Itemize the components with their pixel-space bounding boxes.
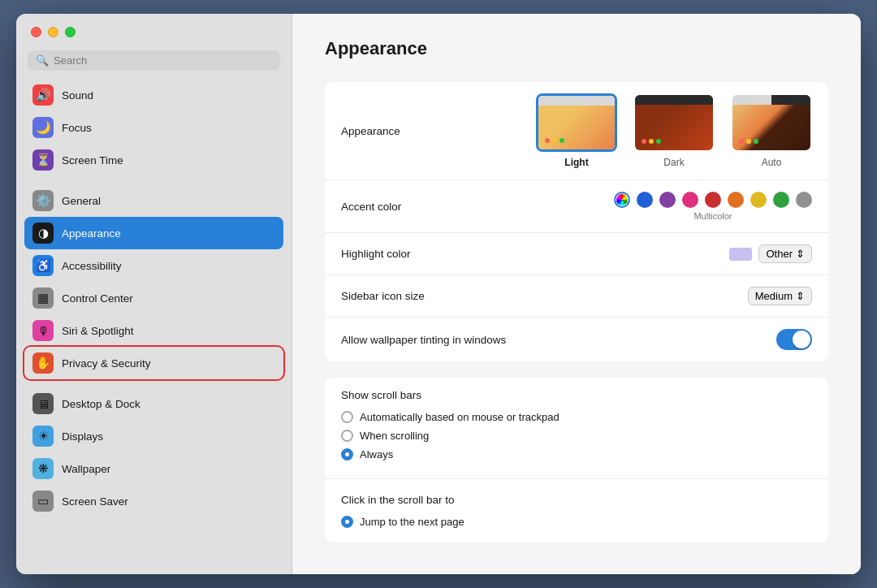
privacy-icon: ✋ bbox=[32, 352, 54, 374]
appearance-label-auto: Auto bbox=[762, 157, 782, 168]
sidebar-label-privacy-security: Privacy & Security bbox=[62, 357, 151, 370]
dot-green-a bbox=[754, 139, 758, 144]
sidebar-icon-size-row: Sidebar icon size Medium ⇕ bbox=[325, 275, 828, 318]
appearance-setting-label: Appearance bbox=[341, 125, 520, 137]
sidebar-item-siri-spotlight[interactable]: 🎙 Siri & Spotlight bbox=[24, 314, 283, 347]
highlight-dropdown[interactable]: Other ⇕ bbox=[758, 244, 812, 263]
scroll-bars-when-scrolling-radio[interactable] bbox=[341, 430, 353, 442]
sidebar-item-focus[interactable]: 🌙 Focus bbox=[24, 111, 283, 144]
scroll-bars-auto-label: Automatically based on mouse or trackpad bbox=[360, 411, 559, 423]
search-icon: 🔍 bbox=[36, 54, 49, 67]
sidebar-label-wallpaper: Wallpaper bbox=[62, 463, 110, 475]
scroll-bars-section: Show scroll bars Automatically based on … bbox=[325, 378, 828, 543]
close-button[interactable] bbox=[31, 27, 41, 37]
accent-color-control: Multicolor bbox=[520, 192, 812, 221]
focus-icon: 🌙 bbox=[32, 117, 54, 138]
sidebar-item-screen-time[interactable]: ⏳ Screen Time bbox=[24, 144, 283, 176]
sidebar-label-siri-spotlight: Siri & Spotlight bbox=[62, 325, 134, 337]
scroll-divider bbox=[325, 478, 828, 479]
dot-green bbox=[559, 138, 564, 143]
sidebar-icon-size-control: Medium ⇕ bbox=[520, 287, 812, 305]
click-scroll-radio-group: Jump to the next page bbox=[325, 512, 828, 543]
thumb-bar-auto-dark bbox=[771, 95, 810, 105]
chevron-up-down-icon: ⇕ bbox=[796, 248, 805, 260]
sidebar-label-desktop-dock: Desktop & Dock bbox=[62, 398, 140, 410]
scroll-bars-auto-option[interactable]: Automatically based on mouse or trackpad bbox=[341, 408, 812, 426]
sidebar-item-wallpaper[interactable]: ❋ Wallpaper bbox=[24, 452, 283, 485]
sidebar-icon-size-label: Sidebar icon size bbox=[341, 290, 520, 302]
highlight-control: Other ⇕ bbox=[729, 244, 812, 263]
sidebar-item-control-center[interactable]: ▦ Control Center bbox=[24, 282, 283, 314]
minimize-button[interactable] bbox=[48, 27, 58, 37]
highlight-color-label: Highlight color bbox=[341, 248, 520, 260]
appearance-option-dark[interactable]: Dark bbox=[633, 93, 715, 168]
maximize-button[interactable] bbox=[65, 27, 76, 37]
sidebar-label-accessibility: Accessibility bbox=[62, 260, 122, 272]
click-scroll-jump-next-radio[interactable] bbox=[341, 516, 353, 528]
accent-red[interactable] bbox=[705, 192, 721, 208]
accent-pink[interactable] bbox=[682, 192, 698, 208]
highlight-color-control: Other ⇕ bbox=[520, 244, 812, 263]
sidebar-item-displays[interactable]: ☀ Displays bbox=[24, 420, 283, 452]
appearance-option-auto[interactable]: Auto bbox=[731, 93, 812, 168]
highlight-color-row: Highlight color Other ⇕ bbox=[325, 233, 828, 275]
wallpaper-tinting-row: Allow wallpaper tinting in windows bbox=[325, 318, 828, 361]
sidebar-item-privacy-security[interactable]: ✋ Privacy & Security bbox=[24, 347, 283, 379]
dot-yellow-d bbox=[649, 139, 654, 144]
appearance-thumb-dark bbox=[633, 93, 715, 152]
thumb-dots-auto bbox=[739, 139, 758, 144]
sidebar-label-sound: Sound bbox=[62, 89, 93, 102]
sidebar-item-general[interactable]: ⚙️ General bbox=[24, 184, 283, 217]
appearance-label-dark: Dark bbox=[663, 157, 684, 168]
accent-purple[interactable] bbox=[659, 192, 676, 208]
dot-yellow bbox=[552, 138, 557, 143]
thumb-dots-light bbox=[545, 138, 564, 143]
sidebar-icon-size-dropdown[interactable]: Medium ⇕ bbox=[748, 287, 812, 305]
sidebar-item-screen-saver[interactable]: ▭ Screen Saver bbox=[24, 485, 283, 517]
multicolor-label: Multicolor bbox=[614, 211, 812, 221]
show-scroll-bars-title: Show scroll bars bbox=[325, 378, 828, 408]
scroll-bars-when-scrolling-option[interactable]: When scrolling bbox=[341, 426, 812, 445]
dot-red-d bbox=[642, 139, 646, 144]
search-bar[interactable]: 🔍 bbox=[28, 50, 280, 71]
appearance-option-light[interactable]: Light bbox=[536, 93, 617, 168]
thumb-bar-light bbox=[538, 96, 615, 106]
scroll-bars-always-radio[interactable] bbox=[341, 448, 353, 460]
dot-green-d bbox=[656, 139, 661, 144]
scroll-bars-when-scrolling-label: When scrolling bbox=[360, 430, 429, 442]
accent-orange[interactable] bbox=[728, 192, 744, 208]
accent-graphite[interactable] bbox=[796, 192, 812, 208]
sidebar-item-accessibility[interactable]: ♿ Accessibility bbox=[24, 249, 283, 282]
app-window: 🔍 🔊 Sound 🌙 Focus ⏳ Screen Time bbox=[16, 14, 861, 574]
appearance-icon: ◑ bbox=[32, 223, 54, 244]
search-input[interactable] bbox=[54, 54, 272, 67]
sidebar-label-screen-time: Screen Time bbox=[62, 154, 123, 166]
sidebar-label-general: General bbox=[62, 195, 101, 207]
sidebar-label-screen-saver: Screen Saver bbox=[62, 495, 128, 508]
scroll-bars-auto-radio[interactable] bbox=[341, 411, 353, 423]
sidebar-item-appearance[interactable]: ◑ Appearance bbox=[24, 217, 283, 249]
sidebar-label-focus: Focus bbox=[62, 122, 92, 134]
appearance-label-light: Light bbox=[564, 157, 588, 168]
wallpaper-tinting-toggle[interactable] bbox=[776, 329, 812, 350]
appearance-row: Appearance bbox=[325, 82, 828, 180]
accent-multicolor[interactable] bbox=[614, 192, 630, 208]
accent-green[interactable] bbox=[773, 192, 789, 208]
sidebar-icon-size-value: Medium bbox=[755, 290, 793, 302]
accent-color-row: Accent color bbox=[325, 180, 828, 233]
dot-red-a bbox=[739, 139, 744, 144]
thumb-bar-auto-light bbox=[732, 95, 771, 105]
click-scroll-bar-title: Click in the scroll bar to bbox=[325, 482, 828, 512]
sidebar-item-sound[interactable]: 🔊 Sound bbox=[24, 79, 283, 111]
screen-saver-icon: ▭ bbox=[32, 491, 54, 512]
appearance-thumb-auto bbox=[731, 93, 812, 152]
chevron-up-down-icon-2: ⇕ bbox=[796, 290, 805, 302]
accent-blue[interactable] bbox=[637, 192, 653, 208]
click-scroll-jump-next-label: Jump to the next page bbox=[360, 516, 464, 528]
scroll-bars-always-option[interactable]: Always bbox=[341, 445, 812, 464]
appearance-thumb-light bbox=[536, 93, 617, 152]
click-scroll-jump-next-option[interactable]: Jump to the next page bbox=[341, 512, 812, 531]
accent-yellow[interactable] bbox=[750, 192, 767, 208]
appearance-control: Light bbox=[520, 93, 812, 168]
sidebar-item-desktop-dock[interactable]: 🖥 Desktop & Dock bbox=[24, 387, 283, 420]
